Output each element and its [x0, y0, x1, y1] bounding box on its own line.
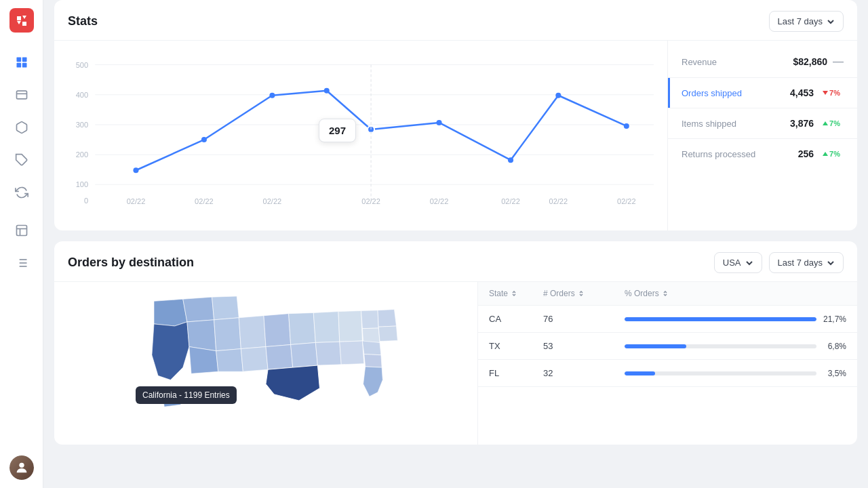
svg-text:02/22: 02/22	[501, 197, 520, 205]
table-row: FL 32 3,5%	[478, 360, 857, 387]
metric-revenue-label: Revenue	[682, 57, 717, 67]
sidebar-item-grid[interactable]	[8, 249, 35, 277]
svg-rect-2	[16, 63, 21, 68]
sidebar-item-sync[interactable]	[8, 179, 35, 206]
svg-text:02/22: 02/22	[263, 197, 282, 205]
sidebar-item-dashboard[interactable]	[8, 49, 35, 76]
metric-items-shipped[interactable]: Items shipped 3,876 7%	[668, 108, 857, 139]
metric-orders-shipped-label: Orders shipped	[682, 88, 742, 98]
sidebar-item-packages[interactable]	[8, 114, 35, 141]
metric-returns[interactable]: Returns processed 256 7%	[668, 139, 857, 169]
svg-point-33	[437, 120, 442, 125]
chart-area: 500 400 300 200 100 0	[54, 41, 667, 230]
orders-destination-title: Orders by destination	[68, 256, 194, 270]
svg-text:500: 500	[76, 61, 88, 69]
th-pct[interactable]: % Orders	[625, 289, 846, 298]
svg-text:02/22: 02/22	[127, 197, 146, 205]
th-orders[interactable]: # Orders	[543, 289, 625, 298]
metric-returns-label: Returns processed	[682, 149, 755, 159]
svg-text:400: 400	[76, 91, 88, 99]
svg-marker-46	[823, 91, 828, 95]
metric-orders-shipped-value: 4,453	[790, 87, 814, 98]
line-chart: 500 400 300 200 100 0	[68, 52, 654, 214]
metric-items-shipped-badge: 7%	[819, 118, 844, 129]
orders-body: California - 1199 Entries State # Orders	[54, 281, 857, 445]
svg-point-31	[324, 88, 330, 94]
metric-revenue-toggle[interactable]: —	[833, 56, 844, 68]
metric-revenue-value: $82,860	[793, 56, 827, 67]
region-dropdown[interactable]: USA	[714, 252, 762, 273]
svg-text:300: 300	[76, 121, 88, 129]
svg-point-29	[201, 137, 207, 142]
pct-tx: 6,8%	[625, 342, 846, 351]
sidebar-item-tags[interactable]	[8, 146, 35, 174]
metric-orders-shipped-badge: 7%	[819, 87, 844, 98]
svg-text:02/22: 02/22	[195, 197, 214, 205]
orders-table: State # Orders % Orders	[477, 282, 857, 445]
svg-text:0: 0	[84, 197, 88, 205]
orders-controls: USA Last 7 days	[714, 252, 844, 273]
pct-ca: 21,7%	[625, 314, 846, 324]
sidebar	[0, 0, 43, 488]
pct-fl: 3,5%	[625, 369, 846, 378]
svg-marker-48	[823, 152, 828, 156]
metric-returns-badge: 7%	[819, 148, 844, 159]
svg-rect-0	[16, 58, 21, 62]
orders-tx: 53	[543, 341, 625, 351]
table-header: State # Orders % Orders	[478, 282, 857, 306]
svg-text:02/22: 02/22	[617, 197, 636, 205]
svg-text:200: 200	[76, 150, 88, 159]
sidebar-item-billing[interactable]	[8, 81, 35, 108]
orders-header: Orders by destination USA Last 7 days	[54, 241, 857, 281]
orders-destination-card: Orders by destination USA Last 7 days	[54, 241, 857, 445]
stats-period-dropdown[interactable]: Last 7 days	[769, 11, 844, 32]
svg-point-35	[555, 93, 561, 98]
svg-rect-1	[22, 58, 26, 62]
orders-fl: 32	[543, 368, 625, 378]
svg-text:02/22: 02/22	[361, 197, 380, 205]
svg-point-28	[133, 167, 138, 173]
svg-point-34	[508, 157, 513, 163]
svg-point-36	[624, 123, 629, 129]
svg-text:02/22: 02/22	[549, 197, 568, 205]
metric-returns-value: 256	[798, 148, 814, 159]
svg-rect-3	[22, 63, 26, 68]
user-avatar[interactable]	[9, 455, 34, 480]
table-row: CA 76 21,7%	[478, 306, 857, 333]
svg-rect-7	[16, 226, 26, 236]
state-fl: FL	[489, 368, 543, 378]
svg-point-30	[269, 93, 275, 98]
metrics-panel: Revenue $82,860 — Orders shipped 4,453 7…	[667, 41, 857, 230]
metric-items-shipped-value: 3,876	[790, 118, 814, 129]
main-content: Stats Last 7 days 500	[43, 0, 868, 488]
metric-orders-shipped[interactable]: Orders shipped 4,453 7%	[668, 78, 857, 108]
sidebar-item-panel[interactable]	[8, 217, 35, 244]
map-tooltip: California - 1199 Entries	[136, 386, 237, 404]
svg-rect-4	[16, 91, 26, 99]
metric-items-shipped-label: Items shipped	[682, 119, 736, 129]
th-state[interactable]: State	[489, 289, 543, 298]
stats-body: 500 400 300 200 100 0	[54, 40, 857, 230]
metric-revenue: Revenue $82,860 —	[668, 46, 857, 78]
svg-point-16	[19, 463, 24, 468]
map-area: California - 1199 Entries	[54, 282, 477, 445]
orders-ca: 76	[543, 314, 625, 324]
stats-header: Stats Last 7 days	[54, 0, 857, 40]
stats-title: Stats	[68, 14, 98, 28]
usa-map	[69, 289, 462, 438]
svg-text:02/22: 02/22	[430, 197, 449, 205]
app-logo[interactable]	[9, 8, 34, 33]
state-ca: CA	[489, 314, 543, 324]
orders-period-dropdown[interactable]: Last 7 days	[769, 252, 844, 273]
state-tx: TX	[489, 341, 543, 351]
table-row: TX 53 6,8%	[478, 333, 857, 360]
svg-text:100: 100	[76, 180, 88, 188]
stats-card: Stats Last 7 days 500	[54, 0, 857, 230]
svg-marker-47	[823, 121, 828, 125]
